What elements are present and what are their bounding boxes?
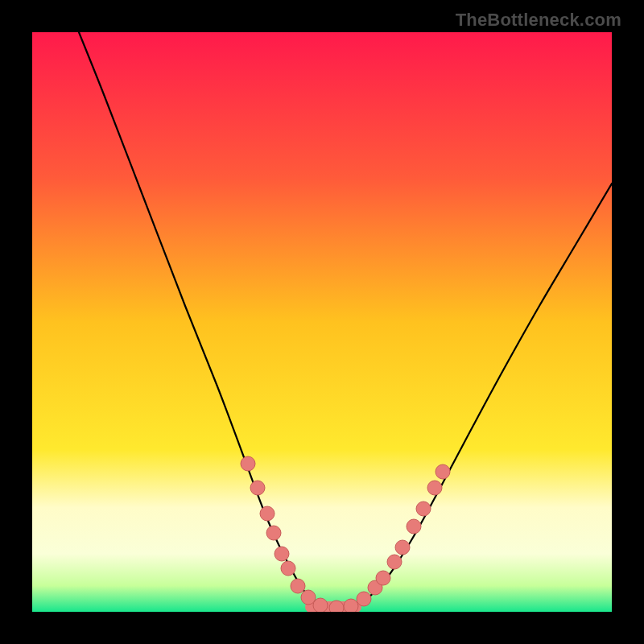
chart-frame: TheBottleneck.com — [0, 0, 644, 644]
marker-dot — [357, 592, 371, 606]
marker-dot — [376, 571, 390, 585]
marker-dot — [407, 519, 421, 534]
marker-dot — [266, 526, 281, 540]
chart-svg — [32, 32, 612, 612]
attribution-label: TheBottleneck.com — [456, 10, 621, 31]
marker-dot — [344, 599, 358, 612]
marker-dot — [436, 464, 450, 479]
marker-dot — [281, 561, 295, 576]
gradient-background — [32, 32, 612, 612]
marker-dot — [329, 601, 344, 612]
marker-dot — [387, 555, 402, 569]
marker-dot — [395, 540, 410, 555]
marker-dot — [250, 481, 265, 495]
marker-dot — [241, 456, 255, 471]
marker-dot — [313, 598, 328, 612]
plot-area — [32, 32, 612, 612]
marker-dot — [275, 547, 289, 561]
marker-dot — [416, 502, 431, 516]
marker-dot — [291, 579, 305, 593]
marker-dot — [260, 506, 275, 521]
marker-dot — [427, 481, 442, 495]
